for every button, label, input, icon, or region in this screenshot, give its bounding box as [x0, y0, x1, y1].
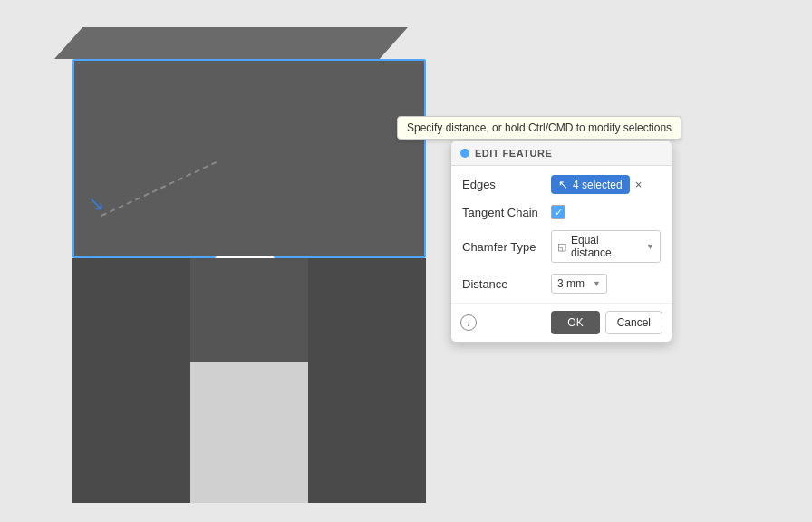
cancel-button[interactable]: Cancel — [605, 311, 662, 334]
edges-label: Edges — [462, 178, 544, 191]
panel-footer: i OK Cancel — [451, 303, 672, 342]
cursor-icon: ↖ — [558, 178, 568, 191]
chamfer-type-row: Chamfer Type ◱ Equal distance ▼ — [451, 225, 672, 268]
chamfer-type-label: Chamfer Type — [462, 240, 544, 254]
checkmark-icon: ✓ — [555, 207, 563, 218]
top-perspective-face — [54, 27, 408, 59]
distance-row: Distance 3 mm ▼ — [451, 268, 672, 299]
edges-value: ↖ 4 selected × — [551, 175, 661, 194]
panel-header-title: EDIT FEATURE — [475, 148, 552, 159]
left-column — [72, 258, 190, 503]
tooltip-text: Specify distance, or hold Ctrl/CMD to mo… — [407, 121, 672, 134]
info-text: i — [467, 317, 469, 328]
edit-feature-panel: EDIT FEATURE Edges ↖ 4 selected × Tangen… — [450, 140, 672, 343]
ok-button[interactable]: OK — [551, 311, 599, 334]
panel-header-dot — [460, 149, 469, 158]
bottom-h-structure — [72, 258, 426, 503]
panel-body: Edges ↖ 4 selected × Tangent Chain ✓ — [451, 166, 672, 303]
info-icon[interactable]: i — [460, 314, 477, 331]
distance-arrow-icon: ▼ — [593, 279, 601, 288]
chamfer-type-value: ◱ Equal distance ▼ — [551, 230, 661, 263]
distance-input-value: 3 mm — [557, 277, 585, 290]
distance-input[interactable]: 3 mm ▼ — [551, 274, 607, 294]
3d-shape: ↘ 3 mm ▼ — [54, 27, 480, 517]
tooltip: Specify distance, or hold Ctrl/CMD to mo… — [397, 116, 682, 140]
chamfer-type-icon: ◱ — [557, 241, 566, 253]
footer-buttons: OK Cancel — [551, 311, 662, 334]
arch-opening — [190, 362, 308, 503]
edges-row: Edges ↖ 4 selected × — [451, 169, 672, 199]
tangent-chain-label: Tangent Chain — [462, 206, 544, 219]
tangent-chain-value: ✓ — [551, 205, 661, 219]
right-column — [308, 258, 426, 503]
canvas-area: ↘ 3 mm ▼ Specify distance, or hold Ctrl/… — [0, 0, 812, 522]
top-bar — [190, 258, 308, 362]
selected-badge[interactable]: ↖ 4 selected — [551, 175, 630, 194]
selected-top-box: ↘ 3 mm ▼ — [72, 59, 426, 258]
selected-count: 4 selected — [573, 179, 623, 191]
panel-header: EDIT FEATURE — [451, 141, 672, 166]
tangent-chain-row: Tangent Chain ✓ — [451, 199, 672, 225]
chamfer-type-arrow-icon: ▼ — [646, 242, 654, 251]
chamfer-type-option: Equal distance — [571, 234, 638, 259]
dashed-line — [102, 161, 218, 217]
close-selection-button[interactable]: × — [633, 178, 644, 191]
distance-value-container: 3 mm ▼ — [551, 274, 661, 294]
distance-label-text: Distance — [462, 277, 544, 291]
chamfer-type-select[interactable]: ◱ Equal distance ▼ — [551, 230, 661, 263]
tangent-chain-checkbox[interactable]: ✓ — [551, 205, 566, 219]
